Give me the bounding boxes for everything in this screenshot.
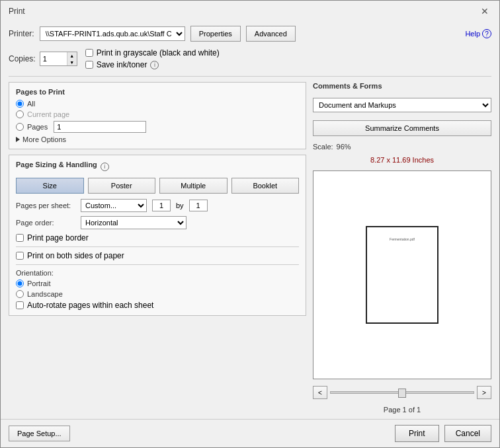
auto-rotate-row: Auto-rotate pages within each sheet bbox=[16, 301, 299, 310]
orientation-label: Orientation: bbox=[16, 269, 299, 277]
auto-rotate-label: Auto-rotate pages within each sheet bbox=[27, 301, 153, 310]
scale-label: Scale: bbox=[313, 143, 333, 151]
nav-prev-button[interactable]: < bbox=[313, 386, 327, 399]
help-label: Help bbox=[465, 30, 480, 38]
page-info: Page 1 of 1 bbox=[313, 406, 491, 414]
copies-row: Copies: ▲ ▼ Print in grayscale (black an… bbox=[9, 48, 491, 69]
size-button[interactable]: Size bbox=[16, 178, 84, 194]
divider3 bbox=[16, 264, 299, 265]
nav-slider[interactable] bbox=[330, 391, 474, 394]
spinner-up[interactable]: ▲ bbox=[67, 52, 77, 59]
scale-value: 96% bbox=[337, 143, 351, 151]
more-options[interactable]: More Options bbox=[16, 135, 299, 143]
copies-label: Copies: bbox=[9, 54, 36, 63]
main-content: Pages to Print All Current page Pages bbox=[9, 82, 491, 414]
current-page-radio-option: Current page bbox=[16, 110, 299, 118]
preview-text: Fermentation.pdf bbox=[390, 237, 415, 241]
current-page-label: Current page bbox=[27, 110, 69, 118]
printer-select[interactable]: \\STAFF-PRINT1.ads.qub.ac.uk\Staff Colou… bbox=[40, 26, 185, 41]
pages-per-sheet-label: Pages per sheet: bbox=[16, 202, 75, 209]
all-radio[interactable] bbox=[16, 100, 24, 108]
properties-button[interactable]: Properties bbox=[190, 26, 241, 42]
left-panel: Pages to Print All Current page Pages bbox=[9, 82, 306, 414]
right-panel: Comments & Forms Document and MarkupsDoc… bbox=[313, 82, 491, 414]
portrait-radio-option: Portrait bbox=[16, 280, 299, 287]
close-button[interactable]: ✕ bbox=[478, 6, 491, 17]
dialog-title: Print bbox=[9, 7, 25, 16]
page-setup-button[interactable]: Page Setup... bbox=[9, 426, 70, 441]
pages-input[interactable] bbox=[54, 121, 146, 133]
cancel-button[interactable]: Cancel bbox=[444, 425, 491, 442]
print-both-sides-label: Print on both sides of paper bbox=[27, 251, 124, 260]
poster-button[interactable]: Poster bbox=[88, 178, 156, 194]
page-order-row: Page order: HorizontalVerticalHorizontal… bbox=[16, 216, 299, 229]
scale-row: Scale: 96% bbox=[313, 143, 491, 151]
page-preview: Fermentation.pdf bbox=[366, 226, 438, 324]
auto-rotate-checkbox[interactable] bbox=[16, 301, 24, 309]
preview-size: 8.27 x 11.69 Inches bbox=[313, 156, 491, 164]
summarize-button[interactable]: Summarize Comments bbox=[313, 120, 491, 136]
advanced-button[interactable]: Advanced bbox=[246, 26, 296, 42]
dialog-body: Printer: \\STAFF-PRINT1.ads.qub.ac.uk\St… bbox=[1, 20, 499, 419]
help-icon: ? bbox=[482, 29, 491, 38]
bottom-right: Print Cancel bbox=[395, 425, 491, 442]
help-link[interactable]: Help ? bbox=[465, 29, 491, 38]
all-radio-option: All bbox=[16, 100, 299, 108]
copies-input[interactable] bbox=[40, 52, 67, 65]
pages-to-print-title: Pages to Print bbox=[16, 88, 299, 96]
landscape-radio-option: Landscape bbox=[16, 290, 299, 298]
print-button[interactable]: Print bbox=[395, 425, 439, 442]
printer-label: Printer: bbox=[9, 29, 34, 38]
page-sizing-section: Page Sizing & Handling i Size Poster Mul… bbox=[9, 155, 306, 316]
all-label: All bbox=[27, 100, 35, 108]
nav-slider-thumb[interactable] bbox=[398, 389, 406, 398]
save-ink-label: Save ink/toner bbox=[97, 60, 147, 69]
page-sizing-info-icon[interactable]: i bbox=[101, 163, 109, 171]
landscape-label: Landscape bbox=[27, 290, 63, 298]
nav-row: < > bbox=[313, 386, 491, 399]
copies-input-wrapper: ▲ ▼ bbox=[40, 52, 77, 66]
grayscale-label: Print in grayscale (black and white) bbox=[97, 48, 220, 57]
by-label: by bbox=[176, 202, 184, 209]
pages-radio[interactable] bbox=[16, 123, 24, 131]
print-page-border-checkbox[interactable] bbox=[16, 234, 24, 242]
landscape-radio[interactable] bbox=[16, 290, 24, 298]
current-page-radio[interactable] bbox=[16, 110, 24, 118]
nav-next-button[interactable]: > bbox=[477, 386, 491, 399]
pages-x-input[interactable] bbox=[152, 200, 171, 211]
preview-area: Fermentation.pdf bbox=[313, 170, 491, 379]
print-both-sides-row: Print on both sides of paper bbox=[16, 251, 299, 260]
pages-per-sheet-row: Pages per sheet: Custom...1246916 by bbox=[16, 199, 299, 212]
divider2 bbox=[16, 246, 299, 247]
page-order-select[interactable]: HorizontalVerticalHorizontal ReversedVer… bbox=[81, 216, 187, 229]
divider bbox=[9, 76, 491, 77]
pages-to-print-section: Pages to Print All Current page Pages bbox=[9, 82, 306, 149]
orientation-section: Orientation: Portrait Landscape Auto-rot… bbox=[16, 269, 299, 310]
comments-forms-select[interactable]: Document and MarkupsDocumentForm Fields … bbox=[313, 98, 491, 112]
title-bar: Print ✕ bbox=[1, 1, 499, 20]
save-ink-checkbox[interactable] bbox=[85, 61, 93, 69]
print-dialog: Print ✕ Printer: \\STAFF-PRINT1.ads.qub.… bbox=[0, 0, 500, 448]
print-page-border-label: Print page border bbox=[27, 233, 89, 243]
pages-label: Pages bbox=[27, 123, 48, 131]
page-sizing-title: Page Sizing & Handling bbox=[16, 161, 97, 168]
grayscale-section: Print in grayscale (black and white) Sav… bbox=[85, 48, 220, 69]
save-ink-row: Save ink/toner i bbox=[85, 60, 220, 69]
multiple-button[interactable]: Multiple bbox=[159, 178, 228, 194]
grayscale-checkbox[interactable] bbox=[85, 49, 93, 57]
portrait-radio[interactable] bbox=[16, 280, 24, 287]
spinner-buttons: ▲ ▼ bbox=[67, 52, 77, 65]
pages-per-sheet-select[interactable]: Custom...1246916 bbox=[81, 199, 147, 212]
more-options-label: More Options bbox=[22, 135, 66, 143]
bottom-bar: Page Setup... Print Cancel bbox=[1, 419, 499, 447]
print-both-sides-checkbox[interactable] bbox=[16, 252, 24, 260]
pages-y-input[interactable] bbox=[189, 200, 208, 211]
page-sizing-title-row: Page Sizing & Handling i bbox=[16, 161, 299, 172]
grayscale-row: Print in grayscale (black and white) bbox=[85, 48, 220, 57]
save-ink-info-icon[interactable]: i bbox=[150, 61, 159, 69]
print-page-border-row: Print page border bbox=[16, 233, 299, 243]
copies-section: Copies: ▲ ▼ bbox=[9, 52, 77, 66]
booklet-button[interactable]: Booklet bbox=[231, 178, 300, 194]
spinner-down[interactable]: ▼ bbox=[67, 59, 77, 65]
expand-icon bbox=[16, 137, 20, 142]
